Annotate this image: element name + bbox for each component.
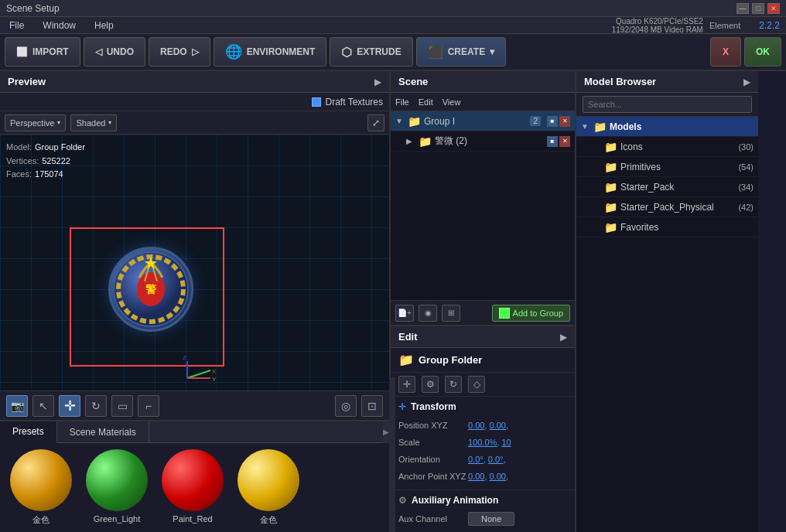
model-tree-starter-pack-physical[interactable]: 📁 Starter_Pack_Physical (42) [576,197,758,217]
main-toolbar: ⬜ IMPORT ◁ UNDO REDO ▷ 🌐 ENVIRONMENT ⬡ E… [0,34,786,71]
right-panel: Model Browser ▶ ▼ 📁 Models 📁 Icons (30) [576,71,758,532]
tab-scene-materials[interactable]: Scene Materials [57,421,149,443]
tree-delete-button-group1[interactable]: ✕ [559,116,570,127]
scene-add-button[interactable]: 📄+ [395,305,414,322]
tree-item-group1[interactable]: ▼ 📁 Group I 2 ■ ✕ [391,111,575,131]
svg-text:警: 警 [145,283,157,295]
extrude-button[interactable]: ⬡ EXTRUDE [330,37,412,66]
scene-menu-edit[interactable]: Edit [419,97,433,107]
preview-title: Preview [8,76,46,87]
aux-icon: ⚙ [398,495,407,506]
tree-vis-button-jingwei[interactable]: ■ [547,136,558,147]
tree-vis-button-group1[interactable]: ■ [547,116,558,127]
environment-button[interactable]: 🌐 ENVIRONMENT [214,37,327,66]
scene-menu: File Edit View [391,93,575,111]
anchor-value[interactable]: 0.00, 0.00, [468,472,508,481]
menu-window[interactable]: Window [39,19,79,32]
svg-text:Z: Z [183,355,186,361]
axes-indicator: X Y Z [172,355,218,386]
viewport-toolbar: 📷 ↖ ✛ ↻ ▭ ⌐ ◎ ⊡ [0,390,389,420]
shading-mode-arrow: ▾ [108,119,111,126]
tree-expand-jingwei[interactable]: ▶ [406,137,415,145]
edit-move-tool[interactable]: ✛ [398,376,415,393]
models-expand-icon[interactable]: ▼ [581,122,590,131]
scene-header: Scene [391,71,575,93]
draft-textures-checkbox[interactable] [312,97,321,107]
rotate-tool-button[interactable]: ↻ [85,395,107,417]
target-tool-button[interactable]: ◎ [335,395,357,417]
aux-channel-button[interactable]: None [468,512,514,526]
preset-item-gold1[interactable]: 金色 [6,449,76,526]
presets-scroll-right[interactable]: ▶ [383,421,389,443]
tab-presets[interactable]: Presets [0,421,57,443]
scene-bottom-toolbar: 📄+ ◉ ⊞ Add to Group [391,300,575,325]
preset-item-paint-red[interactable]: Paint_Red [158,449,227,526]
preset-item-gold2[interactable]: 金色 [234,449,303,526]
edit-anchor-tool[interactable]: ◇ [468,376,485,393]
viewport-mode-dropdown[interactable]: Perspective ▾ [5,114,66,131]
viewport-mode-arrow: ▾ [57,119,60,126]
viewport-model: 警 [101,235,201,343]
primitives-count: (54) [738,162,754,172]
menu-help[interactable]: Help [91,19,117,32]
environment-icon: 🌐 [225,43,242,60]
frame-tool-button[interactable]: ⊡ [361,395,383,417]
shading-mode-dropdown[interactable]: Shaded ▾ [70,114,117,131]
create-button[interactable]: ⬛ CREATE ▾ [416,37,506,66]
ok-button[interactable]: OK [744,37,781,66]
tree-folder-icon-group1: 📁 [408,115,421,128]
camera-tool-button[interactable]: 📷 [6,395,28,417]
select-tool-button[interactable]: ↖ [32,395,54,417]
edit-expand-button[interactable]: ▶ [560,332,567,343]
import-button[interactable]: ⬜ IMPORT [5,37,80,66]
edit-tools: ✛ ⚙ ↻ ◇ [391,373,575,397]
move-tool-button[interactable]: ✛ [59,395,80,417]
corner-tool-button[interactable]: ⌐ [138,395,159,417]
add-to-group-button[interactable]: Add to Group [492,305,570,322]
minimize-button[interactable]: — [736,3,749,14]
tree-label-group1: Group I [424,116,527,127]
scene-menu-file[interactable]: File [395,97,409,107]
menu-file[interactable]: File [6,19,27,32]
position-value[interactable]: 0.00, 0.00, [468,421,508,430]
browser-title: Model Browser [584,76,743,87]
browser-expand-button[interactable]: ▶ [743,77,750,87]
scale-value[interactable]: 100.0%, 10 [468,438,511,447]
starter-pack-count: (34) [738,182,754,192]
preview-expand-button[interactable]: ▶ [374,77,381,87]
gpu-info: Quadro K620/PCIe/SSE2 1192/2048 MB Video… [612,17,703,34]
orientation-value[interactable]: 0.0°, 0.0°, [468,455,506,464]
transform-section: ✛ Transform Position XYZ 0.00, 0.00, Sca… [391,397,575,489]
anchor-row: Anchor Point XYZ 0.00, 0.00, [398,468,567,485]
svg-text:X: X [212,368,217,375]
model-tree-root[interactable]: ▼ 📁 Models [576,117,758,137]
preset-item-green-light[interactable]: Green_Light [82,449,152,526]
scene-menu-view[interactable]: View [443,97,461,107]
edit-settings-tool[interactable]: ⚙ [422,376,439,393]
scene-grid-button[interactable]: ⊞ [442,305,460,322]
preset-ball-paint-red [162,449,224,511]
close-button[interactable]: ✕ [767,3,780,14]
bottom-panel: Presets Scene Materials ▶ 金色 Green_Light… [0,420,389,532]
model-tree-icons[interactable]: 📁 Icons (30) [576,137,758,157]
scene-view-button[interactable]: ◉ [419,305,437,322]
anchor-label: Anchor Point XYZ [398,472,468,481]
model-tree-favorites[interactable]: 📁 Favorites [576,217,758,237]
tree-item-jingwei[interactable]: ▶ 📁 警微 (2) ■ ✕ [391,131,575,152]
redo-button[interactable]: REDO ▷ [149,37,210,66]
icons-label: Icons [620,142,735,152]
edit-rotate-tool[interactable]: ↻ [445,376,462,393]
redo-icon: ▷ [192,46,199,57]
model-tree-starter-pack[interactable]: 📁 Starter_Pack (34) [576,177,758,197]
search-input[interactable] [583,96,752,113]
maximize-button[interactable]: □ [752,3,764,14]
presets-header: Presets Scene Materials ▶ [0,421,389,443]
tree-expand-group1[interactable]: ▼ [395,117,405,125]
viewport[interactable]: Model: Group Folder Vertices: 525222 Fac… [0,135,389,390]
cancel-button[interactable]: X [710,37,741,66]
scale-tool-button[interactable]: ▭ [111,395,133,417]
model-tree-primitives[interactable]: 📁 Primitives (54) [576,157,758,177]
viewport-fullscreen-button[interactable]: ⤢ [367,114,384,131]
undo-button[interactable]: ◁ UNDO [84,37,145,66]
tree-delete-button-jingwei[interactable]: ✕ [559,136,570,147]
